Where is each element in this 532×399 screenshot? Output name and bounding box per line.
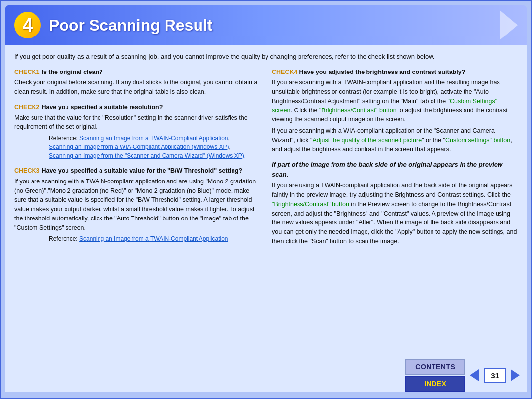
chapter-number: 4 [14,12,41,38]
intro-text: If you get poor quality as a result of a… [14,52,518,62]
check2-body: Make sure that the value for the "Resolu… [14,113,260,132]
check4-label: CHECK4 [272,68,297,77]
page-title: Poor Scanning Result [49,16,212,35]
check4-link3[interactable]: Adjust the quality of the scanned pictur… [313,137,422,144]
check3-body: If you are scanning with a TWAIN-complia… [14,177,260,233]
check3-ref-label: Reference: [49,235,79,242]
page-container: 4 Poor Scanning Result If you get poor q… [0,0,532,399]
check4-link4[interactable]: Custom settings" button [445,137,510,144]
check2-link3[interactable]: Scanning an Image from the "Scanner and … [49,152,246,159]
check3-label: CHECK3 [14,166,39,176]
prev-page-button[interactable] [467,368,482,383]
check4-heading: Have you adjusted the brightness and con… [299,68,465,77]
page-header: 4 Poor Scanning Result [5,5,527,45]
page-number: 31 [484,368,506,383]
backside-heading: If part of the image from the back side … [272,160,518,179]
check3-ref: Reference: Scanning an Image from a TWAI… [49,234,260,243]
two-columns: CHECK1 Is the original clean? Check your… [14,68,518,338]
next-page-button[interactable] [508,368,523,383]
check1-heading: Is the original clean? [41,68,102,77]
check4-link2[interactable]: "Brightness/Contrast" button [319,107,397,114]
backside-body: If you are using a TWAIN-compliant appli… [272,181,518,246]
backside-block: If part of the image from the back side … [272,160,518,246]
check1-label: CHECK1 [14,68,39,77]
left-arrow-icon [470,369,479,381]
backside-link1[interactable]: "Brightness/Contrast" button [272,201,349,208]
check1-title-row: CHECK1 Is the original clean? [14,68,260,77]
check2-heading: Have you specified a suitable resolution… [41,103,163,112]
check3-heading: Have you specified a suitable value for … [41,166,242,176]
check2-block: CHECK2 Have you specified a suitable res… [14,103,260,160]
check3-link1[interactable]: Scanning an Image from a TWAIN-Compliant… [79,235,228,242]
check2-link2[interactable]: Scanning an Image from a WIA-Compliant A… [49,144,229,150]
check2-ref-label: Reference: [49,135,79,142]
check2-link1[interactable]: Scanning an Image from a TWAIN-Compliant… [79,135,228,142]
nav-buttons-stack: CONTENTS INDEX [405,359,465,392]
check2-ref: Reference: Scanning an Image from a TWAI… [49,134,260,160]
check1-block: CHECK1 Is the original clean? Check your… [14,68,260,97]
check3-title-row: CHECK3 Have you specified a suitable val… [14,166,260,176]
check4-body2: If you are scanning with a WIA-compliant… [272,126,518,154]
check2-label: CHECK2 [14,103,39,112]
left-column: CHECK1 Is the original clean? Check your… [14,68,260,338]
check1-body: Check your original before scanning. If … [14,78,260,97]
check4-block: CHECK4 Have you adjusted the brightness … [272,68,518,154]
check2-title-row: CHECK2 Have you specified a suitable res… [14,103,260,112]
bottom-nav: CONTENTS INDEX 31 [405,359,523,392]
check3-block: CHECK3 Have you specified a suitable val… [14,166,260,243]
header-arrow-icon [500,10,518,40]
right-arrow-icon [511,369,520,381]
check4-body1: If you are scanning with a TWAIN-complia… [272,78,518,124]
contents-button[interactable]: CONTENTS [405,359,465,375]
check4-title-row: CHECK4 Have you adjusted the brightness … [272,68,518,77]
right-column: CHECK4 Have you adjusted the brightness … [272,68,518,338]
content-area: If you get poor quality as a result of a… [5,45,527,392]
index-button[interactable]: INDEX [405,376,465,392]
